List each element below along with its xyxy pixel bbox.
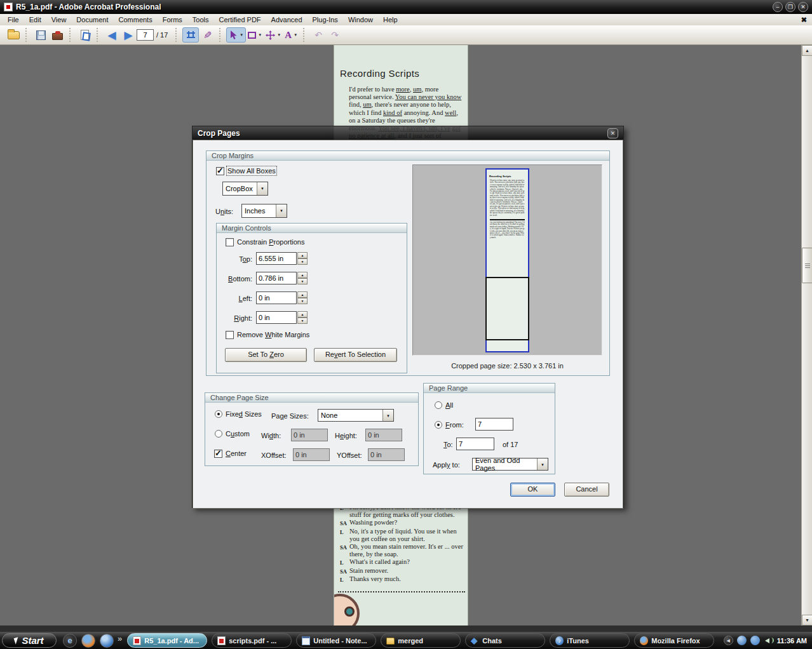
scroll-up-button[interactable]: ▲: [802, 45, 812, 56]
spin-down-icon[interactable]: ▼: [297, 258, 308, 265]
constrain-proportions-checkbox[interactable]: Constrain Proportions: [226, 238, 304, 246]
taskbar-button-mozilla-firefox[interactable]: Mozilla Firefox: [634, 633, 714, 648]
spin-down-icon[interactable]: ▼: [297, 318, 308, 324]
chevron-down-icon[interactable]: ▼: [277, 33, 281, 37]
spin-down-icon[interactable]: ▼: [297, 298, 308, 304]
checkbox-box[interactable]: [226, 331, 234, 339]
print-button[interactable]: [49, 27, 65, 43]
menu-document[interactable]: Document: [71, 15, 113, 25]
dialog-close-icon[interactable]: ✕: [607, 128, 618, 138]
internet-explorer-icon[interactable]: e: [63, 634, 77, 648]
menu-edit[interactable]: Edit: [24, 15, 46, 25]
messenger-icon[interactable]: [100, 634, 114, 648]
from-page-input[interactable]: [475, 418, 513, 431]
to-page-input[interactable]: [456, 438, 494, 450]
crop-pages-button[interactable]: [76, 27, 93, 43]
center-checkbox[interactable]: Center: [214, 450, 247, 458]
vertical-scrollbar[interactable]: ▲ ▼: [801, 45, 812, 626]
volume-icon[interactable]: [764, 636, 773, 645]
tray-icon-1[interactable]: [737, 636, 747, 645]
bottom-margin-input[interactable]: [256, 272, 297, 284]
chevron-down-icon[interactable]: ▼: [537, 458, 548, 470]
menu-tools[interactable]: Tools: [187, 15, 214, 25]
text-tool-button[interactable]: A▼: [283, 27, 299, 43]
crop-region-outline[interactable]: [485, 277, 529, 340]
taskbar-button-scripts-pdf[interactable]: scripts.pdf - ...: [212, 633, 292, 648]
radio-circle[interactable]: [215, 430, 222, 438]
save-button[interactable]: [32, 27, 49, 43]
revert-to-selection-button[interactable]: Revert To Selection: [314, 348, 397, 362]
menu-view[interactable]: View: [46, 15, 72, 25]
taskbar-button-chats[interactable]: ◆Chats: [465, 633, 545, 648]
quick-launch-overflow-icon[interactable]: »: [118, 634, 122, 643]
restore-button[interactable]: ❐: [785, 2, 795, 12]
radio-circle[interactable]: [435, 421, 442, 429]
checkbox-box[interactable]: [216, 167, 224, 175]
taskbar-button-untitled-note[interactable]: Untitled - Note...: [296, 633, 376, 648]
chevron-down-icon[interactable]: ▼: [276, 204, 287, 217]
firefox-quicklaunch-icon[interactable]: [81, 634, 95, 648]
set-to-zero-button[interactable]: Set To Zero: [225, 348, 307, 362]
taskbar-button-r5-1a-pdf-ad[interactable]: R5_1a.pdf - Ad...: [127, 633, 207, 648]
menu-forms[interactable]: Forms: [158, 15, 187, 25]
spin-up-icon[interactable]: ▲: [297, 311, 308, 318]
redo-button[interactable]: ↷: [327, 27, 343, 43]
undo-button[interactable]: ↶: [310, 27, 327, 43]
spin-up-icon[interactable]: ▲: [297, 291, 308, 298]
spin-up-icon[interactable]: ▲: [297, 252, 308, 258]
apply-to-dropdown[interactable]: Even and Odd Pages ▼: [472, 458, 548, 471]
menu-certified-pdf[interactable]: Certified PDF: [214, 15, 266, 25]
chevron-down-icon[interactable]: ▼: [240, 33, 243, 37]
menu-comments[interactable]: Comments: [114, 15, 158, 25]
taskbar-button-itunes[interactable]: ♪iTunes: [550, 633, 630, 648]
ok-button[interactable]: OK: [510, 483, 555, 497]
radio-circle[interactable]: [435, 401, 442, 409]
tray-chevron-icon[interactable]: ◀: [724, 636, 733, 645]
spin-down-icon[interactable]: ▼: [297, 278, 308, 284]
rectangle-tool-button[interactable]: ▼: [246, 27, 264, 43]
scrollbar-thumb[interactable]: [802, 248, 812, 283]
tray-icon-2[interactable]: [750, 636, 760, 645]
left-margin-spinner[interactable]: ▲▼: [297, 291, 308, 304]
radio-circle[interactable]: [215, 410, 222, 418]
dialog-titlebar[interactable]: Crop Pages ✕: [193, 126, 623, 140]
chevron-down-icon[interactable]: ▼: [258, 33, 262, 37]
checkbox-box[interactable]: [214, 450, 222, 458]
checkbox-box[interactable]: [226, 238, 234, 246]
touchup-tool-button[interactable]: ✎: [199, 27, 215, 43]
fixed-sizes-radio[interactable]: Fixed Sizes: [215, 410, 262, 418]
menu-window[interactable]: Window: [343, 15, 378, 25]
move-tool-button[interactable]: ▼: [264, 27, 283, 43]
spin-up-icon[interactable]: ▲: [297, 272, 308, 278]
document-close-icon[interactable]: ✖: [801, 16, 807, 24]
chevron-down-icon[interactable]: ▼: [257, 182, 267, 195]
box-type-dropdown[interactable]: CropBox ▼: [222, 182, 268, 196]
top-margin-input[interactable]: [256, 252, 297, 265]
cancel-button[interactable]: Cancel: [564, 483, 609, 497]
page-number-input[interactable]: [137, 29, 154, 41]
chevron-down-icon[interactable]: ▼: [382, 410, 393, 421]
close-button[interactable]: ✕: [798, 2, 808, 12]
start-button[interactable]: Start: [2, 633, 57, 648]
scroll-down-button[interactable]: ▼: [802, 615, 812, 626]
select-tool-button[interactable]: ▼: [226, 27, 246, 43]
open-button[interactable]: [5, 27, 22, 43]
left-margin-input[interactable]: [256, 291, 297, 304]
page-sizes-dropdown[interactable]: None ▼: [318, 409, 394, 422]
menu-file[interactable]: File: [3, 15, 24, 25]
menu-advanced[interactable]: Advanced: [266, 15, 308, 25]
remove-white-margins-checkbox[interactable]: Remove White Margins: [226, 331, 309, 339]
chevron-down-icon[interactable]: ▼: [294, 33, 297, 37]
right-margin-input[interactable]: [256, 311, 297, 324]
previous-page-button[interactable]: ◀: [104, 27, 120, 43]
custom-radio[interactable]: Custom: [215, 430, 250, 438]
bottom-margin-spinner[interactable]: ▲▼: [297, 272, 308, 284]
show-all-boxes-checkbox[interactable]: Show All Boxes: [216, 167, 276, 175]
top-margin-spinner[interactable]: ▲▼: [297, 252, 308, 265]
menu-help[interactable]: Help: [378, 15, 403, 25]
units-dropdown[interactable]: Inches ▼: [241, 204, 287, 218]
crop-tool-button[interactable]: [182, 27, 199, 43]
right-margin-spinner[interactable]: ▲▼: [297, 311, 308, 324]
next-page-button[interactable]: ▶: [120, 27, 137, 43]
from-radio[interactable]: From:: [435, 421, 464, 429]
